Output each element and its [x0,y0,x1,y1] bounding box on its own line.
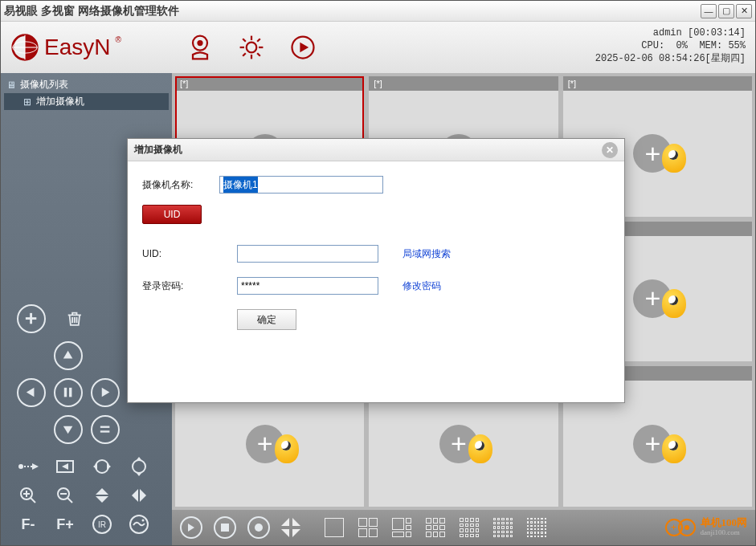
svg-rect-24 [64,388,67,397]
add-camera-icon: + [633,129,681,177]
add-button[interactable] [17,304,46,333]
ptz-down-button[interactable] [54,415,83,444]
brand-text: EasyN [44,35,110,60]
minimize-button[interactable]: — [701,4,717,18]
stop-all-button[interactable] [214,516,236,539]
svg-point-5 [197,40,202,46]
ptz-up-button[interactable] [54,341,83,370]
svg-marker-39 [136,457,142,461]
svg-point-55 [142,520,145,522]
gear-icon[interactable] [237,33,266,62]
svg-point-6 [247,43,257,53]
hflip-icon[interactable] [91,455,113,478]
zoom-in-icon[interactable] [17,484,39,507]
svg-line-11 [243,39,246,42]
svg-marker-50 [132,489,138,502]
add-camera-icon: + [439,420,488,468]
svg-point-38 [133,460,145,473]
svg-marker-48 [96,488,108,495]
tree-root[interactable]: 🖥 摄像机列表 [4,76,169,93]
titlebar: 易视眼 多视窗 网络摄像机管理软件 — ▢ ✕ [1,1,755,22]
svg-marker-49 [96,496,108,503]
uid-input[interactable] [237,245,378,263]
fullscreen-button[interactable] [281,518,300,537]
tree-root-label: 摄像机列表 [20,78,68,92]
svg-marker-40 [136,472,142,476]
window-title: 易视眼 多视窗 网络摄像机管理软件 [4,4,701,18]
vendor-logo: + 单机100网danji100.com [665,517,748,538]
svg-line-13 [243,53,246,56]
snapshot-icon[interactable] [128,513,150,536]
svg-text:IR: IR [98,520,106,529]
focus-plus-button[interactable]: F+ [54,513,76,536]
close-button[interactable]: ✕ [736,4,752,18]
tree-add-camera[interactable]: ⊞ 增加摄像机 [4,93,169,110]
camera-name-input[interactable]: 摄像机1 [219,176,383,194]
layout-25-button[interactable] [492,516,514,539]
svg-point-30 [18,464,23,469]
dialog-close-button[interactable]: ✕ [602,142,618,158]
plus-square-icon: ⊞ [22,96,33,108]
camera-icon[interactable] [186,33,215,62]
monitor-icon: 🖥 [6,79,17,91]
svg-marker-16 [300,43,309,53]
change-password-link[interactable]: 修改密码 [403,279,441,293]
svg-marker-27 [63,426,73,434]
add-camera-dialog: 增加摄像机 ✕ 摄像机名称: 摄像机1 UID UID: 局域网搜索 登录密码:… [127,138,625,403]
ptz-pause-button[interactable] [54,378,83,407]
lan-search-link[interactable]: 局域网搜索 [403,247,451,261]
password-label: 登录密码: [142,279,237,293]
add-camera-icon: + [633,275,681,323]
system-info: admin [00:03:14] CPU: 0% MEM: 55% 2025-0… [595,26,746,65]
play-all-button[interactable] [180,516,202,539]
svg-marker-34 [62,463,68,470]
ptz-left-button[interactable] [17,378,46,407]
vflip-icon[interactable] [128,455,150,478]
focus-minus-button[interactable]: F- [17,513,39,536]
add-camera-icon: + [633,420,681,468]
svg-line-42 [31,498,35,503]
tree-child-label: 增加摄像机 [36,95,84,108]
camera-name-label: 摄像机名称: [142,178,219,192]
layout-9-button[interactable] [424,516,447,539]
globe-icon [10,33,39,62]
trash-icon[interactable] [60,304,89,333]
svg-line-12 [257,53,260,56]
add-camera-icon: + [246,420,294,468]
svg-marker-32 [32,463,39,470]
password-input[interactable] [237,277,378,295]
dialog-title: 增加摄像机 [134,143,182,157]
svg-point-35 [96,460,108,473]
layout-16-button[interactable] [458,516,480,539]
mirror-vert-icon[interactable] [91,484,113,507]
svg-line-46 [67,498,72,503]
ir-button[interactable]: IR [91,513,113,536]
layout-1-button[interactable] [323,516,345,539]
patrol-dot-icon[interactable] [17,455,39,478]
uid-label: UID: [142,248,237,259]
brand-logo: EasyN® [10,33,121,62]
uid-tab-button[interactable]: UID [142,205,202,224]
layout-4-button[interactable] [357,516,379,539]
svg-marker-22 [63,351,73,359]
svg-rect-25 [69,388,72,397]
svg-marker-51 [140,489,146,502]
record-all-button[interactable] [247,516,270,539]
svg-marker-26 [102,388,110,397]
svg-line-14 [257,39,260,42]
zoom-out-icon[interactable] [54,484,76,507]
ptz-right-button[interactable] [91,378,120,407]
mirror-horiz-icon[interactable] [128,484,150,507]
ptz-preset-button[interactable] [91,415,120,444]
step-back-icon[interactable] [54,455,76,478]
ok-button[interactable]: 确定 [237,309,296,330]
layout-36-button[interactable] [525,516,548,539]
layout-6-button[interactable] [390,516,413,539]
play-icon[interactable] [288,33,317,62]
svg-marker-23 [27,388,35,397]
maximize-button[interactable]: ▢ [718,4,734,18]
bottom-toolbar: + 单机100网danji100.com [172,510,755,545]
header: EasyN® admin [00 [1,22,755,73]
